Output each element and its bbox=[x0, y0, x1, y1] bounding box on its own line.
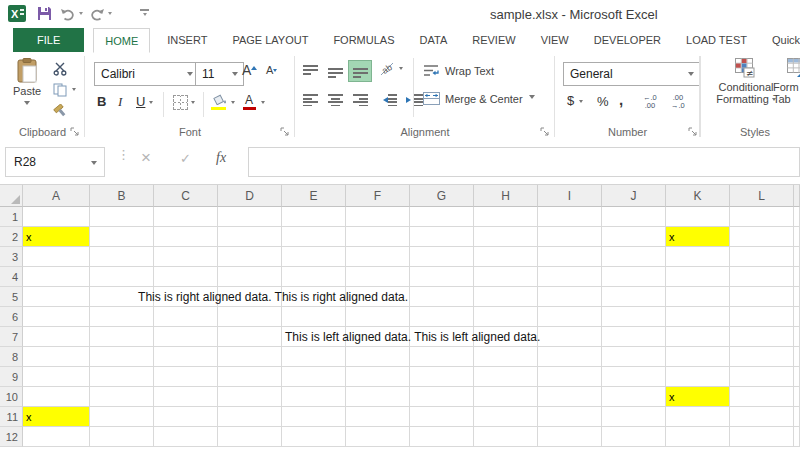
cell-K6[interactable] bbox=[666, 307, 730, 327]
tab-home[interactable]: HOME bbox=[93, 28, 150, 53]
cell-G6[interactable] bbox=[410, 307, 474, 327]
cell-G8[interactable] bbox=[410, 347, 474, 367]
cell-E6[interactable] bbox=[282, 307, 346, 327]
shrink-font-icon[interactable]: A bbox=[266, 64, 277, 76]
cell-A9[interactable] bbox=[23, 367, 90, 387]
cell-L8[interactable] bbox=[730, 347, 794, 367]
cell-B4[interactable] bbox=[90, 267, 154, 287]
currency-icon[interactable]: $ bbox=[567, 93, 574, 108]
column-header-J[interactable]: J bbox=[602, 185, 666, 207]
wrap-text-button[interactable]: Wrap Text bbox=[423, 64, 494, 77]
cell-A6[interactable] bbox=[23, 307, 90, 327]
cell-B8[interactable] bbox=[90, 347, 154, 367]
cell-J11[interactable] bbox=[602, 407, 666, 427]
row-header-7[interactable]: 7 bbox=[0, 327, 23, 347]
cell-F9[interactable] bbox=[346, 367, 410, 387]
cell-B10[interactable] bbox=[90, 387, 154, 407]
row-header-4[interactable]: 4 bbox=[0, 267, 23, 287]
column-header-I[interactable]: I bbox=[538, 185, 602, 207]
column-header-L[interactable]: L bbox=[730, 185, 794, 207]
cell-J5[interactable] bbox=[602, 287, 666, 307]
column-header-F[interactable]: F bbox=[346, 185, 410, 207]
cell-H12[interactable] bbox=[474, 427, 538, 447]
cell-L5[interactable] bbox=[730, 287, 794, 307]
paste-button[interactable]: Paste bbox=[6, 58, 48, 128]
cell-F2[interactable] bbox=[346, 227, 410, 247]
align-top-icon[interactable] bbox=[299, 61, 321, 81]
cell-F10[interactable] bbox=[346, 387, 410, 407]
cell-L12[interactable] bbox=[730, 427, 794, 447]
row-header-2[interactable]: 2 bbox=[0, 227, 23, 247]
cell-B11[interactable] bbox=[90, 407, 154, 427]
decrease-decimal-icon[interactable]: .00→.0 bbox=[671, 94, 685, 110]
row-header-8[interactable]: 8 bbox=[0, 347, 23, 367]
cell-D12[interactable] bbox=[218, 427, 282, 447]
cell-A12[interactable] bbox=[23, 427, 90, 447]
cell-F12[interactable] bbox=[346, 427, 410, 447]
number-format-select[interactable]: General bbox=[563, 62, 700, 86]
tab-view[interactable]: VIEW bbox=[533, 28, 577, 52]
clipboard-dialog-launcher-icon[interactable] bbox=[70, 127, 80, 137]
cell-J6[interactable] bbox=[602, 307, 666, 327]
cell-K10[interactable]: x bbox=[666, 387, 730, 407]
increase-decimal-icon[interactable]: ←.0.00 bbox=[643, 94, 657, 110]
format-painter-icon[interactable] bbox=[53, 104, 68, 121]
tab-review[interactable]: REVIEW bbox=[464, 28, 523, 52]
percent-icon[interactable]: % bbox=[597, 94, 609, 109]
tab-load-test[interactable]: LOAD TEST bbox=[678, 28, 755, 52]
cell-A2[interactable]: x bbox=[23, 227, 90, 247]
cell-H10[interactable] bbox=[474, 387, 538, 407]
cell-I8[interactable] bbox=[538, 347, 602, 367]
select-all-corner[interactable] bbox=[0, 185, 23, 207]
cell-K9[interactable] bbox=[666, 367, 730, 387]
orientation-dropdown-icon[interactable] bbox=[399, 67, 403, 72]
cell-C2[interactable] bbox=[154, 227, 218, 247]
cell-B3[interactable] bbox=[90, 247, 154, 267]
cell-A1[interactable] bbox=[23, 207, 90, 227]
cell-E12[interactable] bbox=[282, 427, 346, 447]
row-header-9[interactable]: 9 bbox=[0, 367, 23, 387]
cell-I2[interactable] bbox=[538, 227, 602, 247]
cell-L10[interactable] bbox=[730, 387, 794, 407]
cell-D6[interactable] bbox=[218, 307, 282, 327]
fill-color-icon[interactable] bbox=[211, 94, 227, 110]
name-box[interactable]: R28 bbox=[5, 147, 105, 177]
cell-K7[interactable] bbox=[666, 327, 730, 347]
align-left-icon[interactable] bbox=[299, 90, 321, 110]
borders-icon[interactable] bbox=[173, 95, 188, 110]
cell-G11[interactable] bbox=[410, 407, 474, 427]
row-header-6[interactable]: 6 bbox=[0, 307, 23, 327]
column-header-H[interactable]: H bbox=[474, 185, 538, 207]
column-header-G[interactable]: G bbox=[410, 185, 474, 207]
tab-insert[interactable]: INSERT bbox=[159, 28, 215, 52]
cell-D9[interactable] bbox=[218, 367, 282, 387]
cell-K2[interactable]: x bbox=[666, 227, 730, 247]
cell-I4[interactable] bbox=[538, 267, 602, 287]
formula-input[interactable] bbox=[248, 147, 800, 177]
cell-H3[interactable] bbox=[474, 247, 538, 267]
cell-E8[interactable] bbox=[282, 347, 346, 367]
tab-formulas[interactable]: FORMULAS bbox=[325, 28, 402, 52]
insert-function-icon[interactable]: fx bbox=[216, 150, 226, 166]
cell-J10[interactable] bbox=[602, 387, 666, 407]
currency-dropdown-icon[interactable] bbox=[579, 100, 583, 105]
cell-E10[interactable] bbox=[282, 387, 346, 407]
cell-J7[interactable] bbox=[602, 327, 666, 347]
cell-D10[interactable] bbox=[218, 387, 282, 407]
column-header-E[interactable]: E bbox=[282, 185, 346, 207]
cell-G2[interactable] bbox=[410, 227, 474, 247]
cell-J8[interactable] bbox=[602, 347, 666, 367]
cell-B12[interactable] bbox=[90, 427, 154, 447]
cell-A5[interactable] bbox=[23, 287, 90, 307]
cell-I10[interactable] bbox=[538, 387, 602, 407]
cell-I1[interactable] bbox=[538, 207, 602, 227]
cell-G4[interactable] bbox=[410, 267, 474, 287]
tab-quick[interactable]: Quick bbox=[764, 28, 800, 52]
customize-qat-icon[interactable] bbox=[140, 9, 149, 18]
formula-bar-resize-handle[interactable]: ⋮ bbox=[117, 150, 130, 159]
cell-D8[interactable] bbox=[218, 347, 282, 367]
tab-developer[interactable]: DEVELOPER bbox=[586, 28, 669, 52]
excel-logo-icon[interactable]: X bbox=[8, 5, 26, 26]
cell-H11[interactable] bbox=[474, 407, 538, 427]
tab-page-layout[interactable]: PAGE LAYOUT bbox=[224, 28, 316, 52]
